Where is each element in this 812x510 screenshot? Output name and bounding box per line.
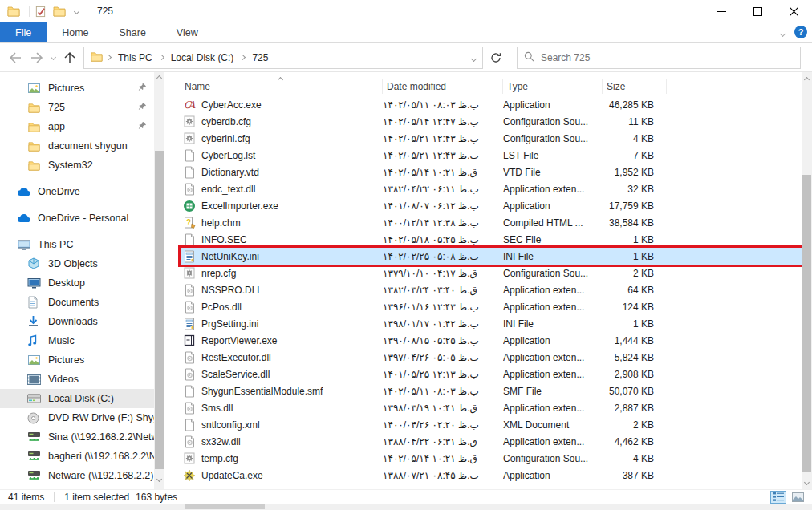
sidebar-item-3d-objects[interactable]: 3D Objects <box>0 254 154 273</box>
sidebar-item-dvd-rw-drive-f-shyguns[interactable]: DVD RW Drive (F:) ShygunS <box>0 408 154 427</box>
thumbnails-view-button[interactable] <box>790 491 806 504</box>
sidebar-item-dacument-shygun[interactable]: dacument shygun <box>0 136 154 156</box>
qat-customize-chevron-icon[interactable] <box>71 4 81 18</box>
sidebar-item-sina-192-168-2-2-netwar[interactable]: Sina (\\192.168.2.2\Netwar <box>0 427 154 447</box>
sidebar-scroll-down-icon[interactable] <box>154 473 164 484</box>
file-row-pcpos-dll[interactable]: PcPos.dll۱۳۹۶/۰۱/۱۶ ب.ظ ۱۲:۴۳Application… <box>181 298 802 315</box>
maximize-button[interactable] <box>740 0 776 22</box>
sidebar-item-app[interactable]: app <box>0 117 154 136</box>
sidebar-item-label: Documents <box>48 297 99 308</box>
file-row-scaleservice-dll[interactable]: ScaleService.dll۱۴۰۱/۰۵/۲۵ ب.ظ ۱۲:۱۳Appl… <box>181 366 802 382</box>
help-icon[interactable]: ? <box>794 26 807 41</box>
back-icon[interactable] <box>5 47 26 68</box>
address-dropdown-chevron-icon[interactable] <box>472 52 476 63</box>
ribbon-collapse-chevron-icon[interactable] <box>781 27 785 38</box>
file-row-info-sec[interactable]: INFO.SEC۱۴۰۲/۰۵/۱۸ ب.ظ ۰۵:۲۵SEC File1 KB <box>181 231 802 248</box>
sidebar-item-music[interactable]: Music <box>0 331 154 350</box>
file-row-cyberacc-exe[interactable]: CACyberAcc.exe۱۴۰۲/۰۵/۱۱ ب.ظ ۰۸:۰۳Applic… <box>181 96 802 113</box>
tab-share[interactable]: Share <box>104 22 161 42</box>
file-rows: CACyberAcc.exe۱۴۰۲/۰۵/۱۱ ب.ظ ۰۸:۰۳Applic… <box>181 96 802 484</box>
sidebar-item-this-pc[interactable]: This PC <box>0 235 154 254</box>
size-cell: 7 KB <box>603 150 667 161</box>
file-row-sntlconfig-xml[interactable]: sntlconfig.xml۱۴۰۰/۰۴/۲۶ ب.ظ ۰۲:۲۰XML Do… <box>181 416 802 433</box>
breadcrumb-item[interactable]: 725 <box>247 52 273 63</box>
file-row-dictionary-vtd[interactable]: Dictionary.vtd۱۴۰۲/۰۵/۱۴ ق.ظ ۱۰:۲۱VTD Fi… <box>181 164 802 180</box>
file-row-updateca-exe[interactable]: UpdateCa.exe۱۳۸۸/۰۷/۲۱ ب.ظ ۰۸:۴۵Applicat… <box>181 467 802 484</box>
recent-locations-chevron-icon[interactable] <box>47 47 59 68</box>
sidebar-item-downloads[interactable]: Downloads <box>0 312 154 331</box>
file-row-nrep-cfg[interactable]: nrep.cfg۱۳۷۹/۱۰/۱۰ ق.ظ ۰۴:۱۷Configuratio… <box>181 265 802 281</box>
file-row-cyberdb-cfg[interactable]: cyberdb.cfg۱۴۰۲/۰۵/۱۴ ب.ظ ۱۲:۴۷Configura… <box>181 113 802 130</box>
sidebar-item-documents[interactable]: Documents <box>0 293 154 312</box>
sidebar-item-725[interactable]: 725 <box>0 98 154 117</box>
selection-size: 163 bytes <box>136 492 177 503</box>
sidebar-scrollbar-thumb[interactable] <box>155 151 164 469</box>
file-row-netunikey-ini[interactable]: NetUniKey.ini۱۴۰۲/۰۲/۲۵ ب.ظ ۰۵:۰۸INI Fil… <box>181 248 802 265</box>
address-bar[interactable]: This PCLocal Disk (C:)725 <box>83 47 483 69</box>
details-view-button[interactable] <box>770 491 786 504</box>
refresh-icon[interactable] <box>483 47 509 69</box>
column-header-size[interactable]: Size <box>603 79 667 94</box>
cloud-icon <box>17 212 31 225</box>
qat-new-folder-icon[interactable] <box>52 4 67 18</box>
file-name: ReportViewer.exe <box>201 335 278 346</box>
sidebar-scroll-up-icon[interactable] <box>154 72 164 83</box>
file-row-endc-text-dll[interactable]: endc_text.dll۱۳۸۲/۰۴/۲۲ ب.ظ ۰۶:۱۱Applica… <box>181 180 802 197</box>
file-row-excelimporter-exe[interactable]: ExcelImporter.exe۱۴۰۱/۰۸/۰۷ ب.ظ ۰۶:۱۲App… <box>181 197 802 214</box>
file-row-nsspro-dll[interactable]: NSSPRO.DLL۱۳۸۲/۰۳/۲۴ ق.ظ ۰۳:۴۰Applicatio… <box>181 281 802 298</box>
window-controls <box>704 0 812 22</box>
size-cell: 2 KB <box>603 268 667 279</box>
file-row-help-chm[interactable]: ?help.chm۱۴۰۰/۱۲/۱۴ ب.ظ ۱۲:۳۸Compiled HT… <box>181 214 802 231</box>
breadcrumb-item[interactable]: This PC <box>113 52 157 63</box>
qat-properties-icon[interactable] <box>33 4 47 18</box>
horizontal-scrollbar[interactable] <box>0 504 812 510</box>
sidebar-item-pictures[interactable]: Pictures <box>0 350 154 370</box>
sidebar-item-netware-192-168-2-2-z[interactable]: Netware (\\192.168.2.2) (Z: <box>0 466 154 485</box>
tab-home[interactable]: Home <box>47 22 104 42</box>
file-row-cyberlog-lst[interactable]: CyberLog.lst۱۴۰۲/۰۵/۲۱ ب.ظ ۱۲:۴۳LST File… <box>181 147 802 164</box>
sidebar-item-onedrive-personal[interactable]: OneDrive - Personal <box>0 208 154 228</box>
tab-view[interactable]: View <box>161 22 213 42</box>
forward-icon[interactable] <box>26 47 47 68</box>
sidebar-item-pictures[interactable]: Pictures <box>0 79 154 98</box>
column-header-type[interactable]: Type <box>503 79 603 94</box>
type-cell: VTD File <box>503 167 603 178</box>
file-row-sx32w-dll[interactable]: sx32w.dll۱۳۸۸/۰۴/۲۲ ق.ظ ۰۶:۳۱Application… <box>181 433 802 450</box>
file-name-cell: UpdateCa.exe <box>181 469 383 482</box>
horizontal-scrollbar-thumb[interactable] <box>185 504 265 509</box>
minimize-button[interactable] <box>704 0 740 22</box>
sort-ascending-icon[interactable] <box>278 73 282 84</box>
sidebar-item-desktop[interactable]: Desktop <box>0 273 154 293</box>
sidebar-item-label: Music <box>48 335 75 346</box>
file-row-temp-cfg[interactable]: temp.cfg۱۴۰۲/۰۵/۱۴ ق.ظ ۱۰:۲۱Configuratio… <box>181 450 802 467</box>
search-input[interactable] <box>541 52 794 63</box>
sidebar-item-system32[interactable]: System32 <box>0 156 154 175</box>
file-row-sms-dll[interactable]: Sms.dll۱۳۹۸/۰۳/۱۹ ق.ظ ۱۰:۴۱Application e… <box>181 399 802 416</box>
file-row-cyberini-cfg[interactable]: cyberini.cfg۱۴۰۲/۰۵/۲۱ ب.ظ ۱۲:۴۳Configur… <box>181 130 802 147</box>
sidebar-item-local-disk-c[interactable]: Local Disk (C:) <box>0 389 154 408</box>
sidebar-item-bagheri-192-168-2-2-net[interactable]: bagheri (\\192.168.2.2\Net <box>0 447 154 466</box>
file-row-restexecutor-dll[interactable]: RestExecutor.dll۱۳۹۷/۰۴/۲۶ ب.ظ ۰۵:۰۵Appl… <box>181 349 802 366</box>
sidebar-scrollbar[interactable] <box>154 72 164 489</box>
list-scrollbar-thumb[interactable] <box>802 175 811 472</box>
file-name-cell: ExcelImporter.exe <box>181 200 383 212</box>
column-header-date-modified[interactable]: Date modified <box>383 79 503 94</box>
items-count: 41 items <box>8 492 44 503</box>
close-button[interactable] <box>776 0 812 22</box>
size-cell: 1 KB <box>603 251 667 262</box>
list-scroll-down-icon[interactable] <box>802 476 812 488</box>
breadcrumb-item[interactable]: Local Disk (C:) <box>166 52 239 63</box>
sidebar-item-onedrive[interactable]: OneDrive <box>0 182 154 201</box>
breadcrumb-chevron-icon[interactable] <box>106 55 112 60</box>
file-row-shygunessentialmodule-smf[interactable]: ShygunEssentialModule.smf۱۴۰۲/۰۵/۱۱ ب.ظ … <box>181 382 802 399</box>
list-scrollbar[interactable] <box>802 72 812 489</box>
file-name: sntlconfig.xml <box>201 419 260 431</box>
breadcrumb-chevron-icon[interactable] <box>240 55 246 60</box>
file-row-reportviewer-exe[interactable]: ReportViewer.exe۱۳۹۰/۰۸/۱۵ ب.ظ ۰۵:۲۵Appl… <box>181 332 802 349</box>
file-row-prgsetting-ini[interactable]: PrgSetting.ini۱۳۹۸/۰۱/۱۷ ب.ظ ۰۱:۴۲INI Fi… <box>181 315 802 332</box>
breadcrumb-chevron-icon[interactable] <box>159 55 164 60</box>
sidebar-item-videos[interactable]: Videos <box>0 370 154 389</box>
tab-file[interactable]: File <box>0 22 47 42</box>
list-scroll-up-icon[interactable] <box>802 74 812 85</box>
up-icon[interactable] <box>59 47 80 68</box>
